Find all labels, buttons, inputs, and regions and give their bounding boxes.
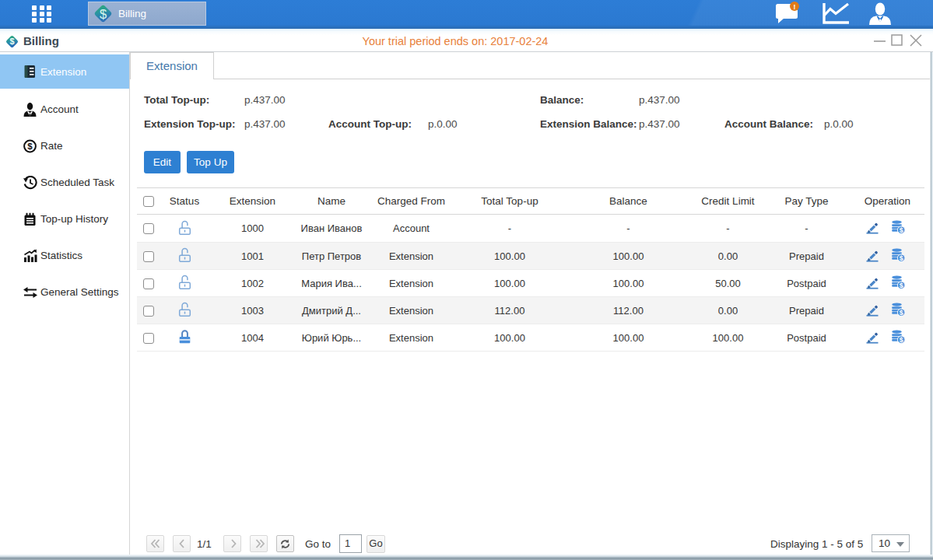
svg-text:$: $ — [899, 254, 903, 261]
svg-text:$: $ — [27, 142, 33, 151]
svg-text:$: $ — [899, 281, 903, 289]
svg-text:!: ! — [794, 3, 796, 11]
svg-text:$: $ — [899, 226, 903, 234]
svg-text:$: $ — [100, 7, 107, 21]
svg-text:$: $ — [899, 308, 903, 316]
svg-text:$: $ — [899, 335, 903, 343]
